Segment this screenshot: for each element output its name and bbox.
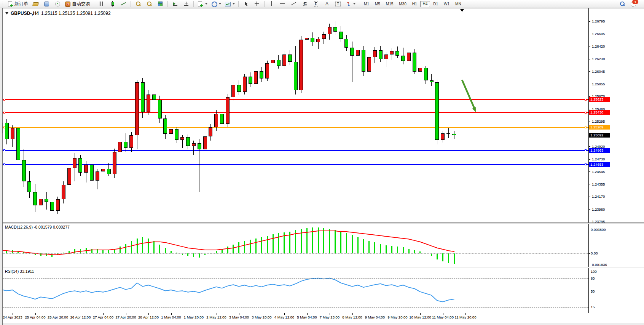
cursor-button[interactable]	[241, 0, 251, 8]
hline-marker[interactable]	[3, 99, 5, 101]
tile-windows-button[interactable]	[155, 0, 166, 8]
hline-marker[interactable]	[585, 99, 587, 101]
timeframe-w1[interactable]: W1	[441, 1, 452, 7]
search-button[interactable]	[617, 0, 628, 8]
hline-marker[interactable]	[3, 112, 5, 114]
bar-chart-icon	[98, 1, 104, 7]
timeframe-m30[interactable]: M30	[396, 1, 409, 7]
price-tick-label: 1.26230	[592, 57, 605, 61]
vertical-line-button[interactable]	[266, 0, 277, 8]
hline-price-badge: 1.25430	[589, 110, 610, 115]
hline-marker[interactable]	[585, 163, 587, 165]
line-chart-button[interactable]	[118, 0, 129, 8]
periods-button[interactable]	[209, 0, 223, 8]
signals-button[interactable]	[52, 0, 63, 8]
macd-histogram-bar	[114, 249, 115, 253]
price-hline[interactable]	[3, 150, 588, 151]
macd-histogram-bar	[182, 253, 183, 255]
arrows-button[interactable]	[344, 0, 357, 8]
chat-button[interactable]: 1	[628, 0, 639, 8]
price-tick-label: 1.24355	[592, 182, 605, 186]
timeframe-buttons: M1M5M15M30H1H4D1W1MN	[361, 1, 464, 7]
price-hline[interactable]	[3, 164, 588, 165]
macd-signal-line	[1, 231, 454, 255]
macd-histogram-bar	[301, 229, 302, 253]
macd-histogram-bar	[80, 249, 81, 253]
hline-marker[interactable]	[585, 112, 587, 114]
candle-wick	[193, 141, 194, 155]
candle	[243, 77, 247, 92]
candle	[56, 199, 60, 211]
channel-button[interactable]: E	[300, 0, 310, 8]
deposit-button[interactable]	[30, 0, 41, 8]
macd-histogram-bar	[153, 241, 155, 253]
macd-histogram-bar	[159, 245, 160, 253]
new-chart-button[interactable]	[196, 0, 209, 8]
timeframe-m15[interactable]: M15	[383, 1, 396, 7]
hline-marker[interactable]	[585, 126, 587, 128]
profile-button[interactable]	[41, 0, 52, 8]
toolbar-grip	[3, 1, 5, 7]
bar-chart-button[interactable]	[96, 0, 107, 8]
zoom-in-button[interactable]	[133, 0, 143, 8]
macd-rsi-splitter[interactable]	[3, 267, 644, 268]
fibonacci-button[interactable]: F	[311, 0, 321, 8]
macd-histogram-bar	[204, 253, 206, 255]
candle-wick	[52, 196, 52, 216]
timeframe-m1[interactable]: M1	[361, 1, 372, 7]
timeframe-h1[interactable]: H1	[410, 1, 420, 7]
search-icon	[619, 1, 625, 7]
candle	[11, 128, 14, 139]
templates-button[interactable]	[223, 0, 236, 8]
candle	[16, 128, 20, 160]
timeframe-m5[interactable]: M5	[372, 1, 383, 7]
line-chart-icon	[120, 1, 126, 7]
horizontal-line-button[interactable]	[277, 0, 288, 8]
hline-marker[interactable]	[585, 149, 587, 151]
chart-shift-marker[interactable]	[460, 9, 464, 12]
macd-histogram-bar	[137, 239, 138, 253]
candle-wick	[171, 126, 171, 140]
candle	[277, 60, 281, 66]
auto-scroll-button[interactable]	[170, 0, 180, 8]
crosshair-button[interactable]	[252, 0, 262, 8]
hline-marker[interactable]	[3, 149, 5, 151]
candle-wick	[103, 165, 103, 178]
main-macd-splitter[interactable]	[3, 223, 644, 224]
macd-histogram-bar	[187, 253, 188, 256]
price-hline[interactable]	[3, 127, 588, 128]
text-button[interactable]: A	[322, 0, 332, 8]
hline-marker[interactable]	[3, 163, 5, 165]
candle-wick	[108, 163, 109, 176]
trendline-button[interactable]	[289, 0, 299, 8]
candle-wick	[409, 17, 409, 66]
autotrading-button[interactable]: 自动交易	[63, 0, 92, 8]
candlestick-chart-button[interactable]	[107, 0, 118, 8]
new-order-label: 新订单	[14, 1, 28, 7]
time-tick	[194, 313, 194, 315]
collapse-triangle-icon[interactable]	[5, 12, 8, 14]
macd-histogram-bar	[340, 231, 341, 253]
price-hline[interactable]	[3, 112, 588, 113]
price-hline[interactable]	[3, 99, 588, 100]
timeframe-h4[interactable]: H4	[420, 1, 430, 7]
time-tick	[398, 313, 398, 315]
timeframe-mn[interactable]: MN	[453, 1, 464, 7]
candle-wick	[392, 48, 392, 60]
zoom-out-button[interactable]	[144, 0, 155, 8]
chart-shift-icon	[183, 1, 189, 7]
new-order-button[interactable]: 新订单	[6, 0, 30, 8]
candle	[147, 94, 150, 112]
candle-wick	[267, 61, 268, 81]
candle-wick	[448, 128, 449, 138]
chart-shift-button[interactable]	[181, 0, 191, 8]
candle-wick	[341, 26, 341, 42]
label-button[interactable]: T	[333, 0, 343, 8]
green-arrow-annotation[interactable]	[462, 80, 475, 110]
rsi-level-line	[3, 307, 588, 307]
toolbar-separator	[167, 1, 168, 7]
chart-title: GBPUSD-,H4 1.25115 1.25135 1.25091 1.250…	[5, 11, 111, 16]
price-tick-label: 1.24920	[592, 144, 605, 149]
hline-marker[interactable]	[3, 126, 5, 128]
timeframe-d1[interactable]: D1	[430, 1, 441, 7]
